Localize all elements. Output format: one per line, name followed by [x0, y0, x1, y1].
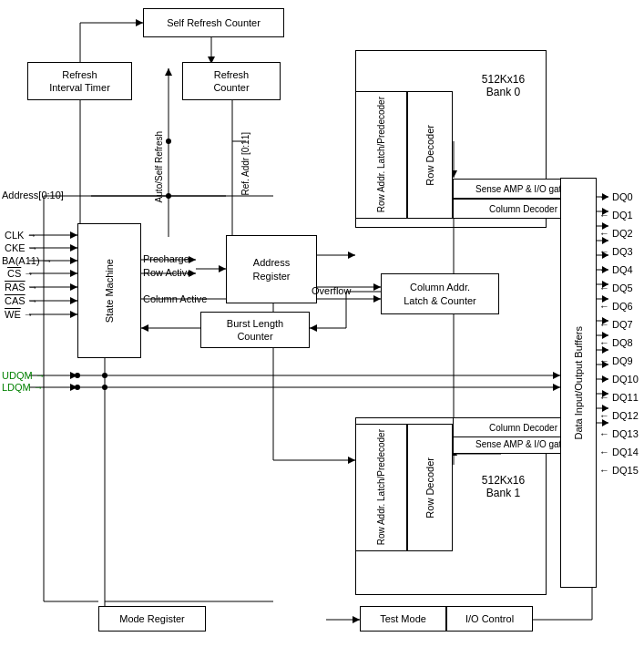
- dq9-label: ← DQ9: [599, 355, 639, 366]
- svg-marker-83: [70, 311, 77, 318]
- we-label: WE →: [5, 309, 34, 320]
- mode-register-label: Mode Register: [119, 612, 185, 625]
- row-latch-predecoder-bank0-label: Row Addr. Latch/Predecoder: [375, 97, 387, 212]
- cke-label: CKE →: [5, 242, 38, 253]
- bank0-label: 512Kx16 Bank 0: [465, 73, 542, 98]
- svg-marker-40: [310, 324, 317, 332]
- column-decoder-bank0-label: Column Decoder: [489, 203, 557, 215]
- dq4-label: ← DQ4: [599, 264, 639, 275]
- dq10-label: ← DQ10: [599, 374, 639, 385]
- svg-marker-42: [141, 324, 148, 332]
- refresh-counter-box: Refresh Counter: [182, 62, 281, 100]
- svg-marker-4: [136, 19, 143, 26]
- svg-marker-15: [373, 295, 381, 303]
- dq14-label: ← DQ14: [599, 447, 639, 457]
- svg-marker-85: [70, 372, 77, 379]
- svg-point-54: [75, 373, 80, 378]
- sense-amp-bank0-label: Sense AMP & I/O gates: [475, 183, 571, 195]
- io-control-box: I/O Control: [446, 606, 533, 632]
- cs-label: CS →: [7, 268, 34, 279]
- auto-self-refresh-label: Auto/Self Refresh: [148, 117, 169, 217]
- test-mode-label: Test Mode: [380, 612, 426, 625]
- svg-marker-23: [373, 283, 381, 291]
- refresh-counter-label: Refresh Counter: [213, 68, 249, 95]
- state-machine-label: State Machine: [103, 259, 116, 323]
- test-mode-box: Test Mode: [360, 606, 446, 632]
- row-latch-predecoder-bank1-box: Row Addr. Latch/Predecoder: [355, 424, 407, 551]
- column-active-label: Column Active: [143, 293, 207, 304]
- io-control-label: I/O Control: [465, 612, 514, 625]
- column-addr-latch-label: Column Addr. Latch & Counter: [404, 281, 476, 307]
- dq1-label: ← DQ1: [599, 210, 639, 221]
- svg-marker-73: [70, 244, 77, 252]
- svg-marker-56: [553, 384, 560, 391]
- ba-a11-label: BA(A11) →: [2, 255, 53, 266]
- sense-amp-bank1-label: Sense AMP & I/O gates: [475, 438, 571, 450]
- ldqm-label: LDQM →: [2, 382, 44, 393]
- data-io-buffers-label: Data Input/Output Buffers: [572, 326, 585, 440]
- address-register-box: Address Register: [226, 235, 317, 303]
- burst-length-counter-box: Burst Length Counter: [200, 312, 310, 348]
- row-decoder-bank0-label: Row Decoder: [424, 125, 436, 186]
- svg-point-57: [75, 385, 80, 390]
- svg-marker-9: [219, 265, 226, 272]
- dq12-label: ← DQ12: [599, 410, 639, 421]
- mode-register-box: Mode Register: [98, 606, 206, 632]
- svg-point-61: [102, 373, 107, 378]
- svg-marker-79: [70, 283, 77, 291]
- self-refresh-counter-label: Self Refresh Counter: [167, 16, 261, 29]
- svg-marker-81: [70, 297, 77, 304]
- dq7-label: ← DQ7: [599, 319, 639, 330]
- precharge-label: Precharge: [143, 253, 189, 264]
- cas-label: CAS →: [5, 295, 38, 306]
- burst-length-counter-label: Burst Length Counter: [227, 317, 283, 344]
- self-refresh-counter-box: Self Refresh Counter: [143, 8, 284, 37]
- row-latch-predecoder-bank0-box: Row Addr. Latch/Predecoder: [355, 91, 407, 219]
- dq6-label: ← DQ6: [599, 301, 639, 312]
- dq11-label: ← DQ11: [599, 392, 639, 403]
- column-decoder-bank1-label: Column Decoder: [489, 422, 557, 434]
- ref-addr-label: Ref. Addr [0:11]: [234, 105, 256, 223]
- svg-marker-53: [553, 372, 560, 379]
- svg-point-62: [102, 385, 107, 390]
- bank1-label: 512Kx16 Bank 1: [465, 474, 542, 499]
- dq5-label: ← DQ5: [599, 282, 639, 293]
- svg-marker-21: [348, 457, 355, 464]
- address-register-label: Address Register: [253, 256, 291, 282]
- dq3-label: ← DQ3: [599, 246, 639, 257]
- svg-marker-17: [348, 252, 355, 259]
- svg-marker-90: [165, 68, 172, 76]
- svg-marker-71: [70, 231, 77, 239]
- address-label: Address[0:10]: [2, 190, 64, 200]
- dq8-label: ← DQ8: [599, 337, 639, 348]
- row-decoder-bank1-box: Row Decoder: [407, 424, 453, 551]
- row-decoder-bank1-label: Row Decoder: [424, 457, 436, 519]
- diagram: Self Refresh Counter Refresh Interval Ti…: [0, 0, 644, 647]
- dq-labels: ← DQ0 ← DQ1 ← DQ2 ← DQ3 ← DQ4 ← DQ5 ← DQ…: [599, 191, 639, 476]
- row-active-label: Row Active: [143, 267, 192, 278]
- overflow-label: Overflow: [312, 285, 351, 296]
- svg-marker-87: [70, 384, 77, 391]
- svg-marker-11: [189, 256, 196, 263]
- udqm-label: UDQM →: [2, 370, 46, 381]
- data-io-buffers-box: Data Input/Output Buffers: [560, 178, 597, 588]
- ras-label: RAS →: [5, 282, 38, 293]
- refresh-interval-timer-label: Refresh Interval Timer: [49, 68, 110, 95]
- clk-label: CLK →: [5, 230, 36, 241]
- row-decoder-bank0-box: Row Decoder: [407, 91, 453, 219]
- svg-marker-75: [70, 257, 77, 264]
- dq13-label: ← DQ13: [599, 428, 639, 439]
- svg-marker-67: [353, 616, 360, 623]
- dq0-label: ← DQ0: [599, 191, 639, 202]
- svg-marker-77: [70, 270, 77, 277]
- dq15-label: ← DQ15: [599, 465, 639, 476]
- state-machine-box: State Machine: [77, 223, 141, 358]
- column-addr-latch-box: Column Addr. Latch & Counter: [381, 273, 499, 314]
- refresh-interval-timer-box: Refresh Interval Timer: [27, 62, 132, 100]
- dq2-label: ← DQ2: [599, 228, 639, 239]
- row-latch-predecoder-bank1-label: Row Addr. Latch/Predecoder: [375, 429, 387, 545]
